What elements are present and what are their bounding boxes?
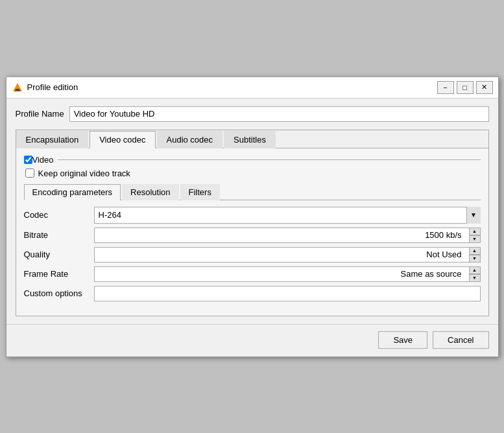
sub-tab-bar: Encoding parameters Resolution Filters [24, 183, 481, 200]
keep-original-checkbox[interactable] [25, 169, 34, 178]
bitrate-up-btn[interactable]: ▲ [469, 228, 481, 235]
framerate-label: Frame Rate [24, 269, 89, 279]
close-button[interactable]: ✕ [476, 81, 493, 94]
maximize-button[interactable]: □ [457, 81, 474, 94]
profile-edition-dialog: Profile edition − □ ✕ Profile Name Encap… [6, 76, 499, 357]
profile-name-label: Profile Name [16, 109, 64, 119]
window-title: Profile edition [27, 82, 437, 92]
video-codec-tab-content: Video Keep original video track Encoding… [16, 148, 488, 316]
custom-options-input[interactable] [94, 286, 481, 301]
tab-encapsulation[interactable]: Encapsulation [16, 131, 89, 148]
title-bar: Profile edition − □ ✕ [6, 77, 498, 99]
framerate-input[interactable] [94, 266, 481, 282]
codec-row: Codec H-264 H-265 MPEG-4 VP8 VP9 Theora … [24, 207, 481, 224]
video-section-line [58, 159, 481, 160]
minimize-button[interactable]: − [437, 81, 454, 94]
tab-subtitles[interactable]: Subtitles [224, 131, 276, 148]
quality-input[interactable] [94, 247, 481, 263]
bitrate-row: Bitrate ▲ ▼ [24, 228, 481, 243]
svg-rect-2 [15, 90, 20, 91]
framerate-spinners: ▲ ▼ [469, 266, 481, 282]
encoding-params: Codec H-264 H-265 MPEG-4 VP8 VP9 Theora … [24, 207, 481, 301]
bitrate-spinner: ▲ ▼ [94, 228, 481, 243]
video-section-header: Video [24, 155, 481, 165]
bitrate-label: Bitrate [24, 230, 89, 240]
quality-down-btn[interactable]: ▼ [469, 255, 481, 263]
video-section-label: Video [32, 155, 54, 165]
save-button[interactable]: Save [378, 331, 427, 349]
svg-rect-1 [16, 89, 19, 90]
sub-tab-encoding[interactable]: Encoding parameters [24, 184, 121, 200]
keep-original-label: Keep original video track [38, 169, 130, 178]
framerate-down-btn[interactable]: ▼ [469, 274, 481, 282]
vlc-icon [12, 82, 23, 93]
quality-spinner: ▲ ▼ [94, 247, 481, 263]
main-tabs-container: Encapsulation Video codec Audio codec Su… [16, 130, 489, 316]
bitrate-down-btn[interactable]: ▼ [469, 235, 481, 243]
framerate-spinner: ▲ ▼ [94, 266, 481, 282]
bitrate-spinners: ▲ ▼ [469, 228, 481, 243]
custom-options-row: Custom options [24, 286, 481, 301]
codec-select[interactable]: H-264 H-265 MPEG-4 VP8 VP9 Theora [94, 207, 481, 224]
codec-label: Codec [24, 210, 89, 220]
quality-row: Quality ▲ ▼ [24, 247, 481, 263]
framerate-up-btn[interactable]: ▲ [469, 266, 481, 274]
custom-options-label: Custom options [24, 288, 89, 298]
dialog-content: Profile Name Encapsulation Video codec A… [6, 99, 498, 324]
bottom-bar: Save Cancel [6, 324, 498, 357]
custom-options-wrapper [94, 286, 481, 301]
video-checkbox[interactable] [24, 156, 32, 164]
sub-tab-filters[interactable]: Filters [180, 184, 220, 200]
quality-label: Quality [24, 250, 89, 259]
window-controls: − □ ✕ [437, 81, 493, 94]
sub-tab-resolution[interactable]: Resolution [122, 184, 178, 200]
tab-audio-codec[interactable]: Audio codec [157, 131, 223, 148]
profile-name-row: Profile Name [16, 106, 489, 122]
tab-video-codec[interactable]: Video codec [90, 131, 155, 148]
main-tab-bar: Encapsulation Video codec Audio codec Su… [16, 130, 488, 148]
bitrate-input[interactable] [94, 228, 481, 243]
codec-select-wrapper: H-264 H-265 MPEG-4 VP8 VP9 Theora ▼ [94, 207, 481, 224]
profile-name-input[interactable] [69, 106, 489, 122]
cancel-button[interactable]: Cancel [433, 331, 488, 349]
framerate-row: Frame Rate ▲ ▼ [24, 266, 481, 282]
quality-up-btn[interactable]: ▲ [469, 247, 481, 255]
quality-spinners: ▲ ▼ [469, 247, 481, 263]
keep-original-row: Keep original video track [25, 169, 481, 178]
